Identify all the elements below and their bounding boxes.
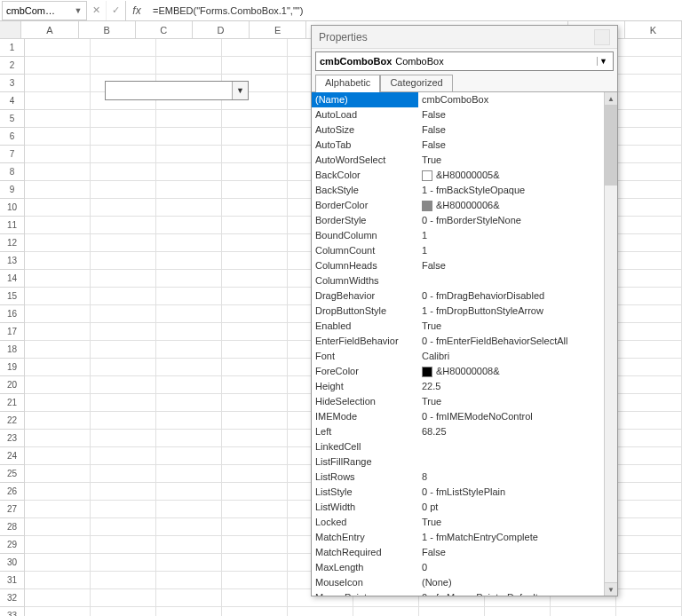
property-value[interactable]: &H80000008& [418, 364, 604, 379]
cell[interactable] [25, 536, 91, 554]
row-header[interactable]: 8 [0, 163, 25, 181]
row-header[interactable]: 9 [0, 181, 25, 199]
property-value[interactable]: True [418, 153, 604, 168]
cell[interactable] [616, 447, 682, 465]
property-row[interactable]: HideSelectionTrue [312, 394, 604, 409]
cell[interactable] [222, 39, 288, 57]
cell[interactable] [222, 110, 288, 128]
cell[interactable] [616, 359, 682, 376]
cell[interactable] [91, 288, 156, 305]
cell[interactable] [156, 589, 222, 607]
cell[interactable] [91, 252, 156, 270]
row-header[interactable]: 31 [0, 572, 25, 589]
cell[interactable] [25, 376, 91, 394]
cell[interactable] [25, 252, 91, 270]
cell[interactable] [222, 359, 288, 376]
cell[interactable] [222, 288, 288, 305]
cell[interactable] [616, 110, 682, 128]
accept-button[interactable]: ✓ [107, 1, 126, 20]
cell[interactable] [222, 554, 288, 572]
cell[interactable] [91, 572, 156, 589]
property-name[interactable]: ForeColor [312, 364, 418, 379]
cell[interactable] [156, 305, 222, 323]
property-value[interactable]: 0 - fmIMEModeNoControl [418, 409, 604, 424]
cell[interactable] [25, 501, 91, 518]
property-row[interactable]: EnterFieldBehavior0 - fmEnterFieldBehavi… [312, 334, 604, 349]
cell[interactable] [91, 376, 156, 394]
cell[interactable] [156, 234, 222, 252]
cell[interactable] [91, 270, 156, 288]
cell[interactable] [25, 394, 91, 412]
row-header[interactable]: 25 [0, 465, 25, 483]
chevron-down-icon[interactable]: ▼ [74, 6, 83, 15]
row-header[interactable]: 3 [0, 75, 25, 92]
row-header[interactable]: 28 [0, 518, 25, 536]
cell[interactable] [222, 589, 288, 607]
cell[interactable] [616, 288, 682, 305]
cell[interactable] [156, 501, 222, 518]
cell[interactable] [156, 57, 222, 75]
property-name[interactable]: ColumnHeads [312, 258, 418, 273]
property-row[interactable]: ForeColor&H80000008& [312, 364, 604, 379]
cell[interactable] [222, 57, 288, 75]
cell[interactable] [616, 199, 682, 217]
cell[interactable] [91, 234, 156, 252]
combobox-text[interactable] [106, 82, 232, 99]
cell[interactable] [616, 252, 682, 270]
cell[interactable] [91, 110, 156, 128]
property-name[interactable]: ColumnCount [312, 243, 418, 258]
cell[interactable] [25, 234, 91, 252]
property-name[interactable]: Height [312, 379, 418, 394]
cell[interactable] [25, 288, 91, 305]
property-value[interactable]: 0 - fmEnterFieldBehaviorSelectAll [418, 334, 604, 349]
property-value[interactable]: False [418, 107, 604, 122]
property-value[interactable]: 1 [418, 243, 604, 258]
cell[interactable] [222, 323, 288, 341]
property-row[interactable]: FontCalibri [312, 349, 604, 364]
cell[interactable] [25, 75, 91, 92]
cell[interactable] [616, 163, 682, 181]
cell[interactable] [91, 589, 156, 607]
cell[interactable] [222, 376, 288, 394]
cell[interactable] [616, 376, 682, 394]
property-name[interactable]: BoundColumn [312, 228, 418, 243]
row-header[interactable]: 4 [0, 92, 25, 110]
property-row[interactable]: BackStyle1 - fmBackStyleOpaque [312, 183, 604, 198]
row-header[interactable]: 14 [0, 270, 25, 288]
tab-categorized[interactable]: Categorized [380, 75, 452, 92]
cell[interactable] [222, 483, 288, 501]
property-name[interactable]: MatchEntry [312, 530, 418, 545]
select-all-corner[interactable] [0, 21, 21, 38]
property-value[interactable]: 8 [418, 470, 604, 485]
cell[interactable] [91, 554, 156, 572]
property-value[interactable]: 1 - fmBackStyleOpaque [418, 183, 604, 198]
cell[interactable] [222, 252, 288, 270]
fx-button[interactable]: fx [126, 4, 147, 17]
cell[interactable] [91, 607, 156, 616]
cell[interactable] [616, 323, 682, 341]
cell[interactable] [156, 110, 222, 128]
cell[interactable] [91, 518, 156, 536]
property-value[interactable] [418, 439, 604, 454]
cell[interactable] [25, 92, 91, 110]
row-header[interactable]: 24 [0, 447, 25, 465]
cell[interactable] [91, 341, 156, 359]
row-header[interactable]: 10 [0, 199, 25, 217]
row-header[interactable]: 5 [0, 110, 25, 128]
property-row[interactable]: (Name)cmbComboBox [312, 92, 604, 107]
property-value[interactable] [418, 273, 604, 288]
cell[interactable] [222, 234, 288, 252]
cell[interactable] [91, 394, 156, 412]
property-name[interactable]: ListStyle [312, 485, 418, 500]
cell[interactable] [25, 572, 91, 589]
cell[interactable] [91, 305, 156, 323]
cell[interactable] [616, 305, 682, 323]
cell[interactable] [616, 589, 682, 607]
row-header[interactable]: 33 [0, 607, 25, 616]
property-name[interactable]: Left [312, 424, 418, 439]
cell[interactable] [25, 554, 91, 572]
property-row[interactable]: LinkedCell [312, 439, 604, 454]
cell[interactable] [25, 305, 91, 323]
property-value[interactable]: 0 [418, 560, 604, 575]
property-name[interactable]: LinkedCell [312, 439, 418, 454]
